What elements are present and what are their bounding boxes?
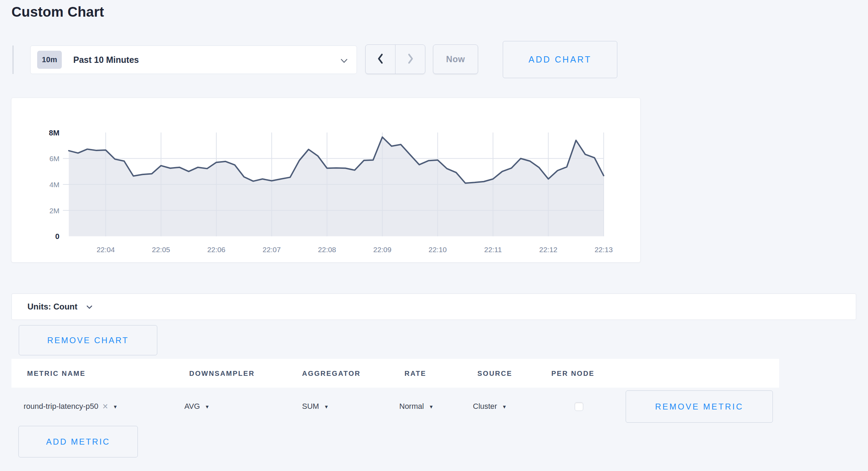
chevron-down-icon <box>341 58 348 65</box>
column-header-downsampler: DOWNSAMPLER <box>189 369 255 377</box>
caret-down-icon: ▼ <box>113 404 118 410</box>
chevron-right-icon <box>406 53 415 65</box>
time-pager <box>365 44 425 74</box>
add-chart-button[interactable]: ADD CHART <box>503 41 617 78</box>
metric-row: round-trip-latency-p50 × ▼ AVG ▼ SUM ▼ N… <box>11 388 868 428</box>
caret-down-icon: ▼ <box>324 404 329 410</box>
downsampler-value: AVG <box>184 402 200 411</box>
caret-down-icon: ▼ <box>502 404 507 410</box>
remove-x-icon[interactable]: × <box>102 401 108 412</box>
svg-text:0: 0 <box>55 232 59 241</box>
caret-down-icon: ▼ <box>205 404 210 410</box>
svg-text:22:07: 22:07 <box>262 246 281 254</box>
units-label: Units: Count <box>27 302 77 312</box>
svg-text:22:09: 22:09 <box>373 246 391 254</box>
svg-text:22:04: 22:04 <box>97 246 115 254</box>
custom-chart-page: Custom Chart 10m Past 10 Minutes Now ADD… <box>0 0 868 471</box>
remove-chart-button[interactable]: REMOVE CHART <box>19 325 157 355</box>
source-value: Cluster <box>473 402 497 411</box>
rate-value: Normal <box>399 402 424 411</box>
metrics-table-header: METRIC NAME DOWNSAMPLER AGGREGATOR RATE … <box>11 359 779 388</box>
time-window-label: Past 10 Minutes <box>73 55 139 65</box>
chart-card: 02M4M6M8M22:0422:0522:0622:0722:0822:092… <box>11 98 641 263</box>
rate-dropdown[interactable]: Normal ▼ <box>399 388 434 425</box>
now-button[interactable]: Now <box>433 44 478 74</box>
svg-text:22:05: 22:05 <box>152 246 170 254</box>
metric-name-value: round-trip-latency-p50 <box>24 402 98 411</box>
column-header-metric-name: METRIC NAME <box>27 369 86 377</box>
svg-text:22:13: 22:13 <box>594 246 612 254</box>
downsampler-dropdown[interactable]: AVG ▼ <box>184 388 210 425</box>
aggregator-dropdown[interactable]: SUM ▼ <box>302 388 329 425</box>
svg-text:22:12: 22:12 <box>539 246 557 254</box>
column-header-per-node: PER NODE <box>551 369 594 377</box>
aggregator-value: SUM <box>302 402 319 411</box>
svg-text:2M: 2M <box>49 207 59 215</box>
svg-text:22:08: 22:08 <box>318 246 336 254</box>
controls-divider <box>12 46 14 74</box>
remove-metric-button[interactable]: REMOVE METRIC <box>626 390 773 423</box>
svg-text:4M: 4M <box>49 181 59 189</box>
units-dropdown[interactable]: Units: Count <box>11 294 856 320</box>
add-metric-button[interactable]: ADD METRIC <box>18 426 138 457</box>
svg-text:6M: 6M <box>49 155 59 163</box>
timeseries-chart: 02M4M6M8M22:0422:0522:0622:0722:0822:092… <box>11 98 640 262</box>
svg-text:8M: 8M <box>49 129 59 137</box>
metric-name-dropdown[interactable]: round-trip-latency-p50 × ▼ <box>24 388 118 425</box>
chevron-down-icon <box>86 304 92 311</box>
next-time-button[interactable] <box>395 45 425 74</box>
chevron-left-icon <box>376 53 385 65</box>
column-header-aggregator: AGGREGATOR <box>302 369 361 377</box>
source-dropdown[interactable]: Cluster ▼ <box>473 388 507 425</box>
caret-down-icon: ▼ <box>429 404 434 410</box>
column-header-source: SOURCE <box>477 369 512 377</box>
time-window-dropdown[interactable]: 10m Past 10 Minutes <box>30 46 357 74</box>
per-node-checkbox[interactable] <box>575 402 583 411</box>
time-window-badge: 10m <box>37 51 62 69</box>
page-title: Custom Chart <box>11 4 104 20</box>
prev-time-button[interactable] <box>366 45 395 74</box>
svg-text:22:11: 22:11 <box>484 246 502 254</box>
column-header-rate: RATE <box>404 369 426 377</box>
svg-text:22:10: 22:10 <box>428 246 446 254</box>
svg-text:22:06: 22:06 <box>207 246 225 254</box>
